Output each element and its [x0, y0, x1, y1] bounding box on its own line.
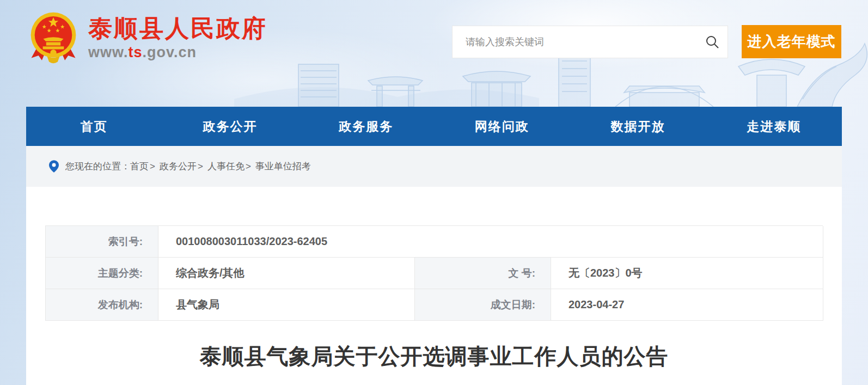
document-title: 泰顺县气象局关于公开选调事业工作人员的公告 [26, 341, 842, 371]
breadcrumb: 您现在的位置： 首页 > 政务公开 > 人事任免 > 事业单位招考 [26, 146, 842, 187]
search-input[interactable] [453, 26, 697, 58]
site-name: 泰顺县人民政府 [88, 15, 267, 42]
meta-topic-label: 主题分类: [46, 258, 158, 289]
breadcrumb-separator: > [198, 161, 203, 172]
breadcrumb-prefix: 您现在的位置： [65, 160, 130, 173]
meta-date-value: 2023-04-27 [551, 289, 823, 321]
meta-publisher-label: 发布机构: [46, 289, 158, 321]
article-panel: 索引号: 001008003011033/2023-62405 主题分类: 综合… [26, 187, 842, 385]
meta-publisher-value: 县气象局 [158, 289, 415, 321]
search-box [452, 26, 728, 58]
location-pin-icon [49, 160, 59, 173]
search-icon [705, 35, 719, 49]
meta-index-value: 001008003011033/2023-62405 [158, 226, 823, 258]
site-title-block: 泰顺县人民政府 www.ts.gov.cn [88, 15, 267, 62]
nav-item-open-data[interactable]: 数据开放 [570, 107, 706, 146]
breadcrumb-item-personnel[interactable]: 人事任免 [207, 160, 244, 173]
breadcrumb-item-gov-info[interactable]: 政务公开 [160, 160, 197, 173]
national-emblem-icon [29, 11, 77, 65]
nav-item-gov-info[interactable]: 政务公开 [162, 107, 298, 146]
nav-item-home[interactable]: 首页 [26, 107, 162, 146]
site-header: 泰顺县人民政府 www.ts.gov.cn 进入老年模式 [0, 0, 868, 107]
nav-item-services[interactable]: 政务服务 [298, 107, 434, 146]
breadcrumb-item-home[interactable]: 首页 [130, 160, 149, 173]
nav-item-about[interactable]: 走进泰顺 [706, 107, 842, 146]
main-nav: 首页 政务公开 政务服务 网络问政 数据开放 走进泰顺 [26, 107, 842, 146]
nav-item-inquiry[interactable]: 网络问政 [434, 107, 570, 146]
search-button[interactable] [697, 26, 728, 58]
breadcrumb-separator: > [150, 161, 155, 172]
meta-doc-number-label: 文 号: [415, 258, 551, 289]
elderly-mode-button[interactable]: 进入老年模式 [742, 25, 841, 58]
breadcrumb-item-recruitment[interactable]: 事业单位招考 [255, 160, 311, 173]
page: 泰顺县人民政府 www.ts.gov.cn 进入老年模式 首页 政务公开 政务服… [0, 0, 868, 385]
meta-index-label: 索引号: [46, 226, 158, 258]
meta-doc-number-value: 无〔2023〕0号 [551, 258, 823, 289]
meta-topic-value: 综合政务/其他 [158, 258, 415, 289]
breadcrumb-separator: > [246, 161, 251, 172]
document-meta-table: 索引号: 001008003011033/2023-62405 主题分类: 综合… [45, 225, 823, 321]
meta-date-label: 成文日期: [415, 289, 551, 321]
site-url: www.ts.gov.cn [88, 44, 267, 61]
site-logo[interactable]: 泰顺县人民政府 www.ts.gov.cn [29, 11, 267, 65]
